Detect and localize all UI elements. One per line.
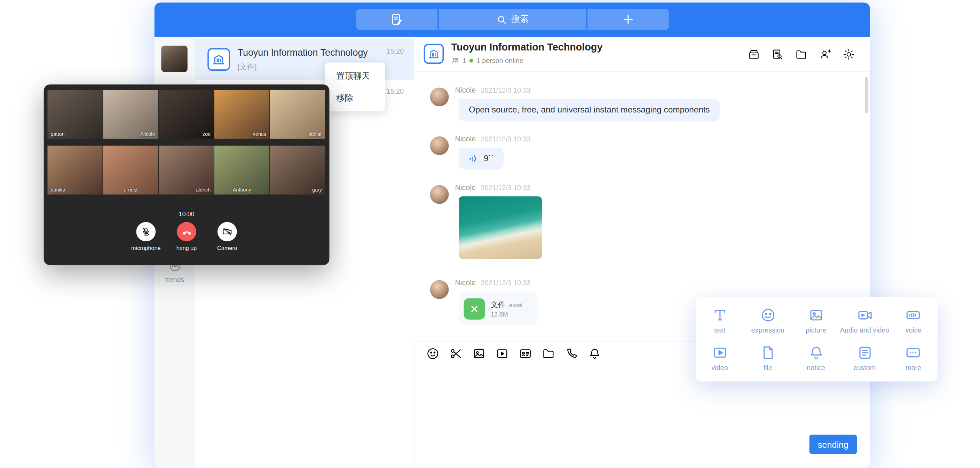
call-controls: microphone hang up: [44, 222, 329, 251]
compose-icon: [390, 13, 404, 26]
sender-name: Nicole: [455, 86, 476, 94]
conversation-last-message: [文件]: [237, 62, 256, 73]
expression-icon: [760, 307, 776, 324]
message-header: Nicole 2021/12/3 10:33: [455, 134, 530, 143]
member-count: 1: [463, 57, 466, 64]
screen: 搜索: [0, 0, 980, 468]
scissors-icon[interactable]: [449, 347, 463, 360]
sender-avatar[interactable]: [430, 136, 449, 155]
participant-name: patton: [51, 131, 64, 137]
compose-button[interactable]: [356, 9, 438, 30]
participant-name: ernest: [124, 187, 137, 193]
context-menu: 置顶聊天 移除: [325, 63, 385, 112]
video-tile: Nicole: [103, 90, 158, 139]
custom-doc-icon: [856, 344, 873, 361]
video-tile: gary: [270, 145, 325, 194]
file-icon: [760, 344, 776, 361]
group-building-icon: [207, 48, 230, 71]
panel-item-file[interactable]: file: [744, 339, 792, 377]
menu-item-remove[interactable]: 移除: [325, 87, 385, 109]
voice-message-bubble[interactable]: 9``: [459, 148, 503, 169]
panel-item-notice[interactable]: notice: [792, 339, 840, 377]
picture-icon: [808, 307, 824, 324]
group-building-icon: [424, 44, 444, 64]
folder-icon[interactable]: [542, 347, 555, 360]
settings-gear-icon[interactable]: [843, 48, 855, 61]
search-label: 搜索: [511, 14, 529, 25]
add-member-icon[interactable]: [819, 48, 831, 61]
message-time: 2021/12/3 10:33: [481, 86, 531, 94]
file-ext: .excel: [508, 302, 522, 308]
video-tile: zoe: [159, 90, 214, 139]
video-tile: venus: [215, 90, 269, 139]
video-tile: Anthony: [215, 145, 269, 194]
id-card-icon[interactable]: [519, 347, 532, 360]
video-tile: danika: [47, 145, 102, 194]
video-tile: ernest: [103, 145, 158, 194]
panel-item-more[interactable]: more: [889, 339, 937, 377]
participant-name: gary: [312, 187, 322, 193]
image-message-beach-photo[interactable]: [459, 196, 542, 259]
chat-meta: 1 1 person online: [451, 56, 523, 64]
topbar-search-group: 搜索: [356, 9, 669, 30]
chat-title: Tuoyun Information Technology: [451, 42, 603, 53]
call-timer: 10:00: [44, 211, 329, 218]
panel-item-voice[interactable]: voice: [889, 302, 937, 339]
message-time: 2021/12/3 10:33: [481, 184, 531, 192]
voice-wave-icon: [468, 153, 479, 164]
video-tile: patton: [47, 90, 102, 139]
conversation-time: 15:20: [387, 88, 404, 95]
chat-history-search-icon[interactable]: [771, 48, 784, 61]
text-message-bubble: Open source, free, and universal instant…: [459, 99, 720, 121]
chat-header: Tuoyun Information Technology 1 1 person…: [414, 37, 870, 72]
participant-name: zoe: [202, 131, 210, 137]
sender-avatar[interactable]: [430, 88, 449, 106]
trends-label: trends: [154, 276, 195, 283]
panel-item-expression[interactable]: expression: [744, 302, 792, 339]
sender-name: Nicole: [455, 278, 476, 287]
participant-name: stellar: [309, 131, 322, 137]
message-header: Nicole 2021/12/3 10:33: [455, 86, 530, 94]
microphone-mute-button[interactable]: [137, 222, 156, 242]
panel-item-audio-video[interactable]: Audio and video: [840, 302, 889, 339]
panel-item-custom[interactable]: custom: [840, 339, 889, 377]
add-button[interactable]: [587, 9, 668, 30]
plus-icon: [621, 13, 635, 26]
search-bar[interactable]: 搜索: [439, 9, 586, 30]
group-files-icon[interactable]: [795, 48, 807, 61]
bell-icon[interactable]: [588, 347, 601, 360]
sender-name: Nicole: [455, 183, 476, 192]
audio-video-icon: [856, 307, 873, 324]
video-call-window: patton Nicole zoe venus stellar danika e…: [44, 84, 329, 265]
phone-icon[interactable]: [565, 347, 578, 360]
microphone-label: microphone: [131, 245, 161, 251]
more-dots-icon: [905, 344, 921, 361]
mic-off-icon: [141, 226, 151, 237]
voice-duration: 9``: [484, 154, 494, 163]
emoji-icon[interactable]: [426, 347, 439, 360]
file-message-card[interactable]: 文件 .excel 12.8M: [459, 292, 537, 325]
message-type-panel: text expression picture: [696, 297, 937, 381]
hang-up-button[interactable]: [177, 222, 196, 242]
panel-item-picture[interactable]: picture: [792, 302, 840, 339]
sender-avatar[interactable]: [430, 280, 449, 299]
vote-box-icon[interactable]: [748, 48, 760, 61]
message-time: 2021/12/3 10:33: [481, 135, 531, 143]
camera-toggle-button[interactable]: [218, 222, 237, 242]
image-icon[interactable]: [473, 347, 486, 360]
message-header: Nicole 2021/12/3 10:33: [455, 183, 530, 192]
menu-item-pin-chat[interactable]: 置顶聊天: [325, 65, 385, 87]
participant-name: Anthony: [233, 187, 251, 193]
user-avatar[interactable]: [161, 46, 187, 72]
video-icon[interactable]: [496, 347, 509, 360]
panel-item-video[interactable]: video: [696, 339, 744, 377]
sender-avatar[interactable]: [430, 185, 449, 204]
message-time: 2021/12/3 10:33: [481, 279, 531, 287]
online-status: 1 person online: [476, 57, 523, 64]
file-name: 文件 .excel: [491, 299, 522, 310]
send-button[interactable]: sending: [810, 434, 857, 454]
conversation-title: Tuoyun Information Technology: [237, 47, 368, 58]
scrollbar[interactable]: [865, 77, 868, 113]
panel-item-text[interactable]: text: [696, 302, 744, 339]
chat-header-actions: [748, 48, 855, 61]
